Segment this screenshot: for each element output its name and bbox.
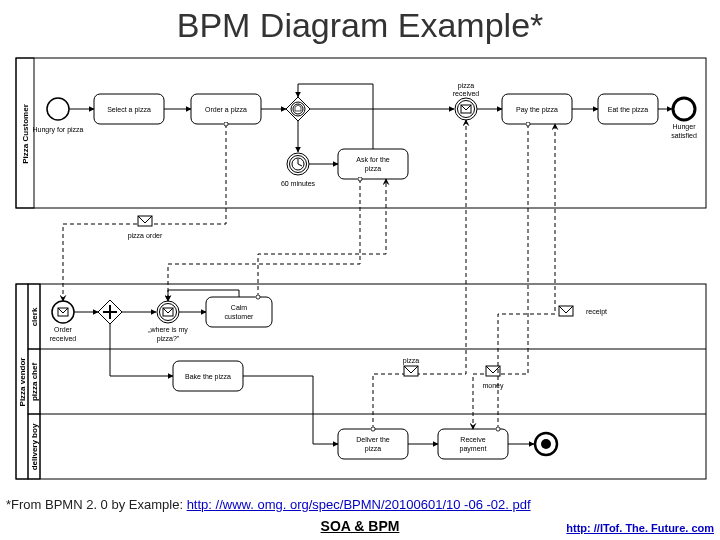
svg-text:Calm: Calm [231, 304, 248, 311]
svg-text:received: received [50, 335, 77, 342]
task-select-pizza: Select a pizza [94, 94, 164, 124]
msgflow-calm-reply [258, 179, 386, 297]
svg-text:pizza: pizza [365, 445, 381, 453]
svg-text:pizza: pizza [365, 165, 381, 173]
task-deliver-pizza: Deliver the pizza [338, 429, 408, 459]
msg-icon-receipt: receipt [559, 306, 607, 316]
svg-text:Hungry for pizza: Hungry for pizza [33, 126, 84, 134]
msgflow-receipt [498, 124, 555, 429]
task-ask-pizza: Ask for the pizza [338, 149, 408, 179]
pool-customer-label: Pizza Customer [21, 104, 30, 164]
spec-link[interactable]: http: //www. omg. org/spec/BPMN/20100601… [187, 497, 531, 512]
svg-text:customer: customer [225, 313, 254, 320]
msg-icon-pizza: pizza [403, 357, 419, 376]
msg-icon-pizza-order: pizza order [128, 216, 163, 240]
parallel-gateway [98, 300, 122, 324]
corner-link[interactable]: http: //ITof. The. Future. com [566, 522, 714, 534]
svg-text:payment: payment [460, 445, 487, 453]
svg-rect-24 [338, 149, 408, 179]
svg-text:money: money [482, 382, 504, 390]
end-event-satisfied: Hunger satisfied [671, 98, 697, 139]
svg-marker-12 [286, 97, 310, 121]
lane-clerk-label: clerk [30, 307, 39, 326]
svg-text:Pay the pizza: Pay the pizza [516, 106, 558, 114]
bpmn-diagram: Pizza Customer Hungry for pizza Select a… [8, 54, 712, 494]
task-order-pizza: Order a pizza [191, 94, 261, 124]
msgflow-pizza-order [63, 124, 226, 301]
svg-point-3 [47, 98, 69, 120]
svg-point-80 [541, 439, 551, 449]
timer-event-60min: 60 minutes [281, 153, 316, 187]
svg-text:Deliver the: Deliver the [356, 436, 390, 443]
task-eat-pizza: Eat the pizza [598, 94, 658, 124]
svg-rect-75 [438, 429, 508, 459]
start-msg-order-received: Order received [50, 301, 77, 342]
task-receive-payment: Receive payment [438, 429, 508, 459]
svg-text:receipt: receipt [586, 308, 607, 316]
svg-rect-71 [338, 429, 408, 459]
svg-text:Hunger: Hunger [673, 123, 697, 131]
svg-text:Bake the pizza: Bake the pizza [185, 373, 231, 381]
svg-text:pizza: pizza [458, 82, 474, 90]
svg-text:Receive: Receive [460, 436, 485, 443]
msg-icon-money: money [482, 366, 504, 390]
svg-text:60 minutes: 60 minutes [281, 180, 316, 187]
lane-chef-label: pizza chef [30, 363, 39, 402]
event-gateway [286, 97, 310, 121]
svg-text:pizza: pizza [403, 357, 419, 365]
msgflow-ask-to-vendor [168, 179, 360, 301]
page-title: BPM Diagram Example* [0, 6, 720, 45]
svg-point-40 [673, 98, 695, 120]
svg-text:Eat the pizza: Eat the pizza [608, 106, 649, 114]
footnote-prefix: *From BPMN 2. 0 by Example: [6, 497, 187, 512]
end-event-terminate [535, 433, 557, 455]
lane-delivery-label: delivery boy [30, 423, 39, 470]
task-bake-pizza: Bake the pizza [173, 361, 243, 391]
pool-vendor-label: Pizza vendor [18, 358, 27, 407]
task-calm-customer: Calm customer [206, 297, 272, 327]
svg-text:„where is my: „where is my [148, 326, 188, 334]
svg-text:Order a pizza: Order a pizza [205, 106, 247, 114]
svg-text:Select a pizza: Select a pizza [107, 106, 151, 114]
start-event-hungry: Hungry for pizza [33, 98, 84, 134]
msg-event-pizza-received: pizza received [453, 82, 480, 120]
svg-rect-1 [16, 58, 706, 208]
center-link[interactable]: SOA & BPM [321, 518, 400, 534]
svg-text:satisfied: satisfied [671, 132, 697, 139]
svg-text:pizza?": pizza?" [157, 335, 180, 343]
msg-event-where-pizza: „where is my pizza?" [148, 301, 188, 343]
footnote: *From BPMN 2. 0 by Example: http: //www.… [6, 497, 531, 512]
svg-text:Ask for the: Ask for the [356, 156, 390, 163]
svg-text:pizza order: pizza order [128, 232, 163, 240]
svg-text:Order: Order [54, 326, 73, 333]
svg-rect-66 [206, 297, 272, 327]
svg-text:received: received [453, 90, 480, 97]
pool-customer: Pizza Customer Hungry for pizza Select a… [16, 58, 706, 208]
task-pay-pizza: Pay the pizza [502, 94, 572, 124]
